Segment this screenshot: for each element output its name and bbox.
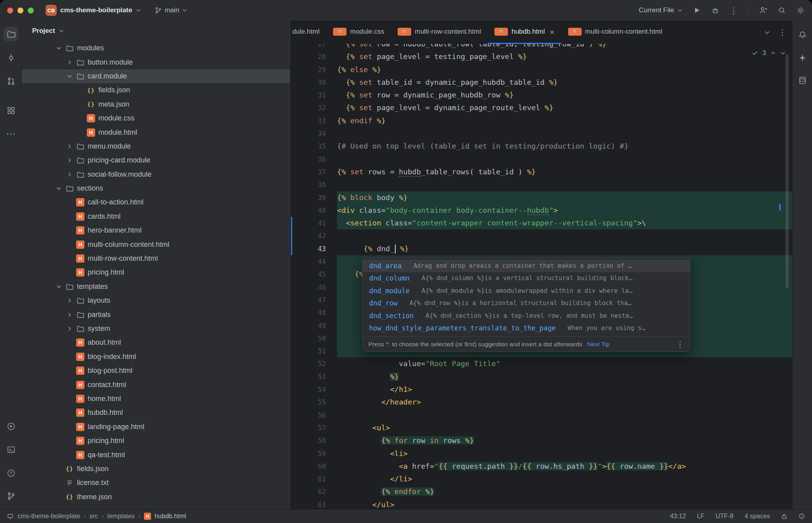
tree-item-module.html[interactable]: Hmodule.html [22, 125, 290, 139]
structure-button[interactable] [4, 103, 18, 118]
line-number[interactable]: 42 [290, 229, 337, 242]
debug-button[interactable] [711, 6, 719, 14]
tree-item-pricing.html[interactable]: Hpricing.html [22, 265, 290, 279]
run-button[interactable] [4, 419, 18, 433]
chevron-collapsed-icon[interactable] [64, 59, 75, 65]
close-tab-icon[interactable]: × [550, 28, 554, 36]
caret-position[interactable]: 43:12 [670, 513, 686, 520]
popup-options-icon[interactable]: ⋮ [676, 340, 684, 348]
tree-item-card.module[interactable]: card.module [22, 69, 290, 83]
line-number[interactable]: 27 [290, 44, 337, 50]
line-number[interactable]: 39 [290, 191, 337, 204]
line-number[interactable]: 28 [290, 50, 337, 63]
project-button[interactable] [4, 27, 18, 41]
line-separator[interactable]: LF [697, 513, 705, 520]
project-panel-header[interactable]: Project [22, 21, 290, 41]
problems-circle-icon[interactable] [799, 513, 805, 519]
ai-assistant-button[interactable] [795, 50, 810, 65]
tree-item-blog-index.html[interactable]: Hblog-index.html [22, 350, 290, 364]
hidden-tabs-chevron-icon[interactable] [764, 29, 770, 36]
completion-item-dnd_row[interactable]: dnd_rowA{% dnd_row %}is a horizontal str… [363, 297, 690, 310]
file-encoding[interactable]: UTF-8 [716, 513, 733, 520]
line-number[interactable]: 55 [290, 396, 337, 408]
tree-item-system[interactable]: system [22, 322, 290, 336]
more-button[interactable]: ⋯ [4, 126, 18, 141]
close-window-button[interactable] [7, 8, 13, 13]
indent-style[interactable]: 4 spaces [745, 513, 770, 520]
line-number[interactable]: 49 [290, 319, 337, 332]
tab-module.css[interactable]: Hmodule.css [326, 21, 391, 44]
line-number[interactable]: 47 [290, 294, 337, 306]
tree-item-multi-column-content.html[interactable]: Hmulti-column-content.html [22, 237, 290, 251]
completion-item-dnd_module[interactable]: dnd_moduleA{% dnd_module %}is amodulewra… [363, 284, 690, 297]
line-number[interactable]: 30 [290, 76, 337, 89]
chevron-expanded-icon[interactable] [54, 185, 64, 191]
completion-item-dnd_area[interactable]: dnd_areaAdrag and drop areais a containe… [363, 260, 690, 272]
tree-item-hero-banner.html[interactable]: Hhero-banner.html [22, 223, 290, 237]
notifications-button[interactable] [795, 27, 810, 42]
tree-item-cards.html[interactable]: Hcards.html [22, 210, 290, 223]
line-number[interactable]: 43 [290, 242, 337, 255]
tree-item-qa-test.html[interactable]: Hqa-test.html [22, 448, 290, 462]
line-number[interactable]: 59 [290, 447, 337, 460]
next-tip-link[interactable]: Next Tip [587, 341, 610, 348]
line-number[interactable]: 51 [290, 345, 337, 357]
project-widget[interactable]: CB cms-theme-boilerplate [46, 5, 141, 16]
tree-item-hubdb.html[interactable]: Hhubdb.html [22, 406, 290, 420]
chevron-expanded-icon[interactable] [54, 284, 64, 290]
line-number[interactable]: 29 [290, 63, 337, 76]
pull-requests-button[interactable] [4, 74, 18, 88]
line-number[interactable]: 38 [290, 178, 337, 191]
commit-button[interactable] [4, 50, 18, 65]
search-everywhere-icon[interactable] [778, 6, 786, 14]
unlock-icon[interactable] [781, 513, 787, 519]
version-control-button[interactable] [4, 489, 18, 503]
terminal-button[interactable] [4, 442, 18, 457]
tree-item-theme.json[interactable]: {}theme.json [22, 490, 290, 504]
problems-button[interactable] [4, 466, 18, 480]
line-number[interactable]: 41 [290, 217, 337, 229]
chevron-collapsed-icon[interactable] [64, 312, 75, 318]
tree-item-templates[interactable]: templates [22, 280, 290, 294]
chevron-collapsed-icon[interactable] [64, 298, 75, 303]
breadcrumb-item[interactable]: templates [107, 513, 134, 520]
tree-item-contact.html[interactable]: Hcontact.html [22, 378, 290, 391]
chevron-expanded-icon[interactable] [64, 73, 75, 79]
more-actions-icon[interactable]: ⋮ [730, 6, 738, 15]
chevron-collapsed-icon[interactable] [64, 326, 75, 332]
tree-item-pricing.html[interactable]: Hpricing.html [22, 434, 290, 448]
completion-item-dnd_section[interactable]: dnd_sectionA{% dnd_section %}is a top-le… [363, 309, 690, 322]
line-number[interactable]: 34 [290, 127, 337, 140]
tab-options-icon[interactable]: ⋮ [778, 28, 787, 36]
tree-item-blog-post.html[interactable]: Hblog-post.html [22, 364, 290, 378]
line-number[interactable]: 57 [290, 422, 337, 434]
line-number[interactable]: 33 [290, 115, 337, 127]
line-number[interactable]: 53 [290, 370, 337, 383]
tree-item-module.css[interactable]: Hmodule.css [22, 111, 290, 125]
line-number[interactable]: 52 [290, 357, 337, 370]
tree-item-button.module[interactable]: button.module [22, 55, 290, 69]
settings-gear-icon[interactable] [796, 6, 805, 15]
database-button[interactable] [795, 73, 810, 88]
line-number[interactable]: 46 [290, 281, 337, 294]
tree-item-call-to-action.html[interactable]: Hcall-to-action.html [22, 195, 290, 209]
tree-item-layouts[interactable]: layouts [22, 294, 290, 307]
tree-item-modules[interactable]: modules [22, 41, 290, 55]
tree-item-multi-row-content.html[interactable]: Hmulti-row-content.html [22, 252, 290, 265]
tree-item-license.txt[interactable]: license.txt [22, 476, 290, 490]
minimize-window-button[interactable] [17, 8, 23, 13]
code-with-me-icon[interactable] [759, 6, 768, 15]
tree-item-pricing-card.module[interactable]: pricing-card.module [22, 153, 290, 167]
breadcrumb-item[interactable]: src [90, 513, 98, 520]
chevron-collapsed-icon[interactable] [64, 157, 75, 163]
tree-item-home.html[interactable]: Hhome.html [22, 392, 290, 406]
line-number[interactable]: 45 [290, 268, 337, 281]
tree-item-meta.json[interactable]: {}meta.json [22, 97, 290, 111]
chevron-down-icon[interactable] [780, 50, 786, 56]
completion-item-dnd_column[interactable]: dnd_columnA{% dnd_column %}is a vertical… [363, 272, 690, 285]
tab-multi-row-content.html[interactable]: Hmulti-row-content.html [391, 21, 488, 44]
tree-item-landing-page.html[interactable]: Hlanding-page.html [22, 420, 290, 434]
branch-widget[interactable]: main [155, 6, 188, 14]
run-configuration-selector[interactable]: Current File [639, 6, 683, 14]
tree-item-fields.json[interactable]: {}fields.json [22, 462, 290, 476]
